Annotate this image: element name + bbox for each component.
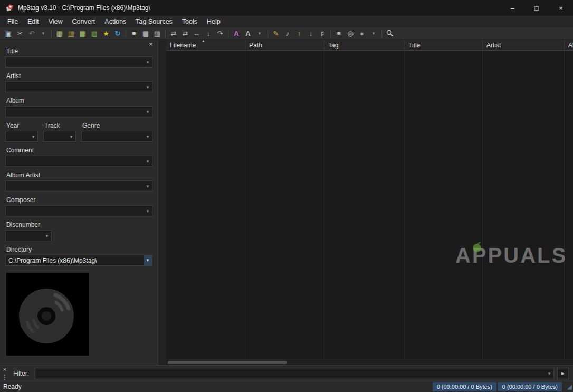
filter-input[interactable] <box>35 368 545 379</box>
refresh-button[interactable]: ↻ <box>112 28 123 39</box>
discnumber-combobox[interactable]: ▾ <box>5 230 52 241</box>
menu-help[interactable]: Help <box>202 17 225 26</box>
menu-convert[interactable]: Convert <box>68 17 100 26</box>
web-sources-menu-button[interactable]: ▾ <box>368 28 379 39</box>
undo-history-button[interactable]: ▾ <box>37 28 49 39</box>
search-icon <box>386 30 394 37</box>
actions-button[interactable]: ✎ <box>270 28 282 39</box>
menu-actions[interactable]: Actions <box>100 17 131 26</box>
title-combobox[interactable]: ▾ <box>5 56 152 68</box>
comment-combobox[interactable]: ▾ <box>5 156 152 167</box>
column-header-filename[interactable]: ▴ Filename <box>166 40 245 50</box>
panel-splitter[interactable] <box>158 40 166 365</box>
star-icon: ★ <box>103 30 109 37</box>
horizontal-scrollbar[interactable] <box>166 359 573 365</box>
file-list-area: ▴ Filename Path Tag Title Artist Al APPU… <box>166 40 573 365</box>
convert-tag-filename-button[interactable]: ⇄ <box>168 28 179 39</box>
horizontal-scrollbar-thumb[interactable] <box>168 361 287 364</box>
music-note-icon: ♪ <box>286 30 290 37</box>
window-title: Mp3tag v3.10 - C:\Program Files (x86)\Mp… <box>18 4 150 12</box>
filter-button[interactable]: ≡ <box>333 28 345 39</box>
genre-combobox[interactable]: ▾ <box>81 131 152 142</box>
artist-combobox[interactable]: ▾ <box>5 81 152 92</box>
import-button[interactable]: ↓ <box>305 28 317 39</box>
filter-close-icon[interactable]: × <box>3 367 6 372</box>
parent-directory-button[interactable]: ▧ <box>89 28 100 39</box>
paste-tag-button[interactable]: ▥ <box>151 28 163 39</box>
toolbar-separator <box>330 30 331 37</box>
cd-icon: ◎ <box>347 30 353 37</box>
app-icon[interactable] <box>5 4 14 12</box>
refresh-icon: ↻ <box>115 30 121 37</box>
convert-filename-filename-button[interactable]: ↔ <box>191 28 203 39</box>
menu-view[interactable]: View <box>44 17 68 26</box>
column-gridline <box>245 51 324 359</box>
document-lines-icon: ≡ <box>132 30 136 37</box>
maximize-button[interactable]: □ <box>524 0 549 16</box>
folder-add-icon: ▥ <box>68 30 74 37</box>
year-combobox[interactable]: ▾ <box>5 131 38 142</box>
menu-file[interactable]: File <box>3 17 23 26</box>
directory-combobox[interactable]: C:\Program Files (x86)\Mp3tag\ ▾ <box>5 255 152 266</box>
filter-apply-button[interactable]: ▸ <box>557 368 569 379</box>
options-button[interactable] <box>384 28 396 39</box>
save-button[interactable]: ▣ <box>3 28 14 39</box>
album-art-placeholder[interactable] <box>6 273 89 356</box>
arrow-up-icon: ↑ <box>298 30 301 37</box>
tag-panel-close-icon[interactable]: × <box>147 40 155 48</box>
change-directory-button[interactable]: ▤ <box>54 28 65 39</box>
case-conversion-menu-button[interactable]: ▾ <box>254 28 265 39</box>
column-gridline <box>166 51 245 359</box>
playlist-button[interactable]: ♪ <box>282 28 293 39</box>
album-artist-label: Album Artist <box>6 171 152 179</box>
column-header-path[interactable]: Path <box>245 40 324 50</box>
undo-button[interactable]: ↶ <box>26 28 37 39</box>
file-list-header: ▴ Filename Path Tag Title Artist Al <box>166 40 573 51</box>
menu-tag-sources[interactable]: Tag Sources <box>131 17 177 26</box>
artist-label: Artist <box>6 72 152 80</box>
column-header-album[interactable]: Al <box>565 40 573 50</box>
export-button[interactable]: ↑ <box>293 28 305 39</box>
autonumbering-wizard-button[interactable]: ♯ <box>317 28 328 39</box>
copy-tag-button[interactable]: ▤ <box>140 28 151 39</box>
title-label: Title <box>6 47 152 55</box>
album-artist-combobox[interactable]: ▾ <box>5 180 152 192</box>
web-sources-button[interactable]: ● <box>356 28 368 39</box>
menu-tools[interactable]: Tools <box>177 17 202 26</box>
album-combobox[interactable]: ▾ <box>5 106 152 117</box>
status-bar: Ready 0 (00:00:00 / 0 Bytes) 0 (00:00:00… <box>0 381 573 392</box>
cd-placeholder-icon <box>6 273 89 356</box>
column-header-title[interactable]: Title <box>405 40 483 50</box>
convert-textfile-tag-button[interactable]: ↓ <box>203 28 214 39</box>
track-combobox[interactable]: ▾ <box>43 131 76 142</box>
column-gridline <box>405 51 483 359</box>
chevron-down-icon: ▾ <box>42 31 45 36</box>
sort-ascending-icon: ▴ <box>202 40 205 43</box>
menu-edit[interactable]: Edit <box>23 17 44 26</box>
select-directory-button[interactable]: ▦ <box>77 28 89 39</box>
format-value-button[interactable]: A <box>231 28 242 39</box>
album-label: Album <box>6 97 152 104</box>
chevron-down-icon: ▾ <box>373 31 375 36</box>
convert-filename-tag-button[interactable]: ⇄ <box>179 28 191 39</box>
column-header-artist[interactable]: Artist <box>483 40 565 50</box>
toolbar-separator <box>51 30 52 37</box>
file-list-body[interactable]: APPUALS <box>166 51 573 359</box>
remove-tag-button[interactable]: ✂ <box>14 28 26 39</box>
favorite-directories-button[interactable]: ★ <box>100 28 112 39</box>
case-conversion-button[interactable]: A <box>242 28 254 39</box>
chevron-down-icon: ▾ <box>43 233 51 238</box>
chevron-down-icon: ▾ <box>67 134 75 139</box>
extended-tags-button[interactable]: ≡ <box>128 28 140 39</box>
redo-icon: ↷ <box>217 30 223 37</box>
minimize-button[interactable]: – <box>500 0 524 16</box>
filter-bar: × Filter: ▾ ▸ <box>0 365 573 381</box>
chevron-down-icon: ▾ <box>144 109 152 114</box>
guess-values-button[interactable]: ↷ <box>214 28 226 39</box>
add-directory-button[interactable]: ▥ <box>65 28 77 39</box>
close-button[interactable]: × <box>549 0 573 16</box>
cd-ripper-button[interactable]: ◎ <box>345 28 356 39</box>
composer-combobox[interactable]: ▾ <box>5 205 152 216</box>
column-header-tag[interactable]: Tag <box>324 40 405 50</box>
resize-grip[interactable]: ◢ <box>564 383 573 390</box>
